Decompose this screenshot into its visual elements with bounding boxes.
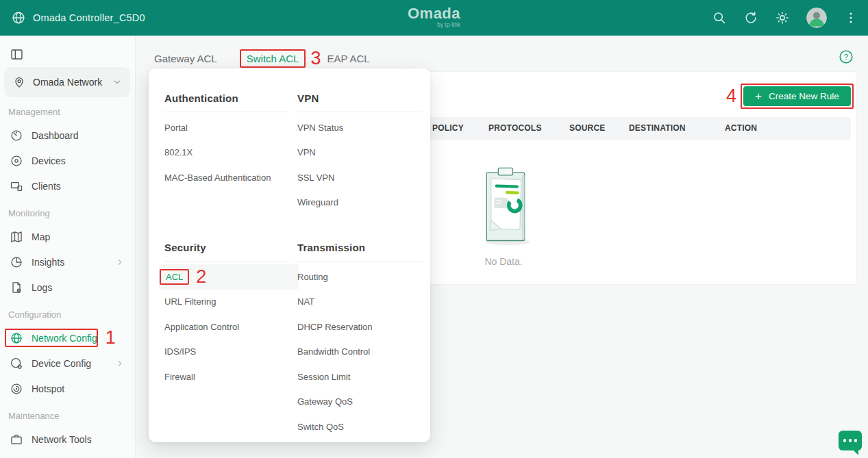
menu-section-vpn: VPN <box>297 92 422 105</box>
omada-logo: Omada by tp-link <box>408 6 460 28</box>
menu-item-portal[interactable]: Portal <box>164 115 289 140</box>
devices-icon <box>10 154 23 168</box>
menu-item-label: IDS/IPS <box>164 346 196 357</box>
sidebar-item-logs[interactable]: Logs <box>0 275 134 300</box>
network-tools-icon <box>10 433 23 446</box>
refresh-icon[interactable] <box>743 10 758 25</box>
menu-item-ssl-vpn[interactable]: SSL VPN <box>297 165 422 190</box>
menu-item-session-limit[interactable]: Session Limit <box>297 364 422 390</box>
section-label-management: Management <box>0 103 134 123</box>
chevron-down-icon <box>112 77 122 87</box>
sidebar-item-device-config[interactable]: Device Config <box>0 351 134 376</box>
sidebar-item-network-tools[interactable]: Network Tools <box>0 427 134 452</box>
menu-item-label: VPN Status <box>297 123 343 133</box>
menu-item-wireguard[interactable]: Wireguard <box>297 190 422 216</box>
menu-section-security: Security <box>164 241 289 255</box>
topbar: Omada Controller_C5D0 Omada by tp-link <box>0 0 868 36</box>
omada-logo-subtext: by tp-link <box>408 22 460 28</box>
sidebar-item-map[interactable]: Map <box>0 224 134 249</box>
sidebar: Omada Network Management Dashboard <box>0 36 136 458</box>
menu-item-label: URL Filtering <box>164 296 216 307</box>
sidebar-item-network-config[interactable]: Network Config 1 <box>0 325 134 351</box>
plus-icon: + <box>755 90 762 102</box>
menu-item-bandwidth-control[interactable]: Bandwidth Control <box>297 340 422 365</box>
hotspot-icon <box>10 382 23 396</box>
menu-item-8021x[interactable]: 802.1X <box>164 140 289 166</box>
menu-item-url-filtering[interactable]: URL Filtering <box>164 290 289 315</box>
menu-item-gateway-qos[interactable]: Gateway QoS <box>297 390 422 415</box>
section-label-maintenance: Maintenance <box>0 401 134 427</box>
tab-gateway-acl[interactable]: Gateway ACL <box>154 53 217 64</box>
tutorial-step2-box: ACL <box>160 269 189 285</box>
site-selector[interactable]: Omada Network <box>4 67 130 97</box>
menu-item-label: DHCP Reservation <box>297 322 373 332</box>
column-header-source: SOURCE <box>569 117 606 140</box>
more-menu-icon[interactable] <box>843 10 858 25</box>
menu-item-switch-qos[interactable]: Switch QoS <box>297 414 422 440</box>
map-icon <box>10 230 23 244</box>
menu-item-vpn-status[interactable]: VPN Status <box>297 115 422 140</box>
menu-item-label: SSL VPN <box>297 173 334 183</box>
menu-section-transmission: Transmission <box>297 241 422 255</box>
acl-tabs: Gateway ACL Switch ACL 3 EAP ACL <box>154 49 370 68</box>
empty-state: No Data. <box>465 160 542 267</box>
sidebar-item-label: Network Tools <box>32 434 92 445</box>
search-icon[interactable] <box>712 10 727 25</box>
sidebar-item-label: Hotspot <box>32 383 64 394</box>
tutorial-step3-box: Switch ACL <box>240 49 306 68</box>
sidebar-item-devices[interactable]: Devices <box>0 148 134 173</box>
clients-icon <box>10 179 23 193</box>
theme-brightness-icon[interactable] <box>775 10 790 25</box>
menu-item-label: Wireguard <box>297 197 338 207</box>
tab-eap-acl[interactable]: EAP ACL <box>327 53 369 64</box>
sidebar-item-dashboard[interactable]: Dashboard <box>0 123 134 148</box>
tutorial-step4-box: + Create New Rule <box>741 84 854 109</box>
section-label-configuration: Configuration <box>0 300 134 325</box>
tutorial-step2-number: 2 <box>196 268 206 286</box>
sidebar-item-insights[interactable]: Insights <box>0 249 134 275</box>
dashboard-icon <box>10 129 23 142</box>
device-config-icon <box>10 357 23 370</box>
sidebar-item-label: Device Config <box>32 358 91 369</box>
menu-item-vpn[interactable]: VPN <box>297 140 422 166</box>
create-new-rule-button[interactable]: + Create New Rule <box>743 86 851 106</box>
menu-item-label: NAT <box>297 296 314 307</box>
menu-item-label: Session Limit <box>297 372 350 382</box>
tab-switch-acl[interactable]: Switch ACL <box>247 53 299 64</box>
menu-item-application-control[interactable]: Application Control <box>164 314 289 340</box>
menu-item-mac-based-authentication[interactable]: MAC-Based Authentication <box>164 165 289 190</box>
menu-item-dhcp-reservation[interactable]: DHCP Reservation <box>297 314 422 340</box>
menu-section-authentication: Authentication <box>164 92 289 105</box>
sidebar-collapse-icon[interactable] <box>10 47 24 62</box>
menu-item-label: Bandwidth Control <box>297 346 370 357</box>
sidebar-item-label: Network Config <box>32 333 97 344</box>
column-header-destination: DESTINATION <box>629 117 686 140</box>
sidebar-item-hotspot[interactable]: Hotspot <box>0 376 134 401</box>
section-label-monitoring: Monitoring <box>0 199 134 224</box>
sidebar-item-clients[interactable]: Clients <box>0 173 134 199</box>
menu-item-routing[interactable]: Routing <box>297 264 422 290</box>
user-avatar[interactable] <box>806 8 827 28</box>
menu-item-nat[interactable]: NAT <box>297 290 422 315</box>
menu-item-label: MAC-Based Authentication <box>164 173 271 183</box>
menu-item-label: Firewall <box>164 372 195 382</box>
menu-item-label: Routing <box>297 272 328 282</box>
sidebar-item-label: Map <box>32 231 50 242</box>
menu-item-acl[interactable]: ACL 2 <box>159 264 299 290</box>
menu-item-ids-ips[interactable]: IDS/IPS <box>164 340 289 365</box>
menu-item-firewall[interactable]: Firewall <box>164 364 289 390</box>
menu-item-label: 802.1X <box>164 147 193 157</box>
controller-globe-icon <box>11 10 26 25</box>
omada-controller-window: Omada Controller_C5D0 Omada by tp-link <box>0 0 868 458</box>
insights-icon <box>10 255 23 269</box>
help-icon[interactable]: ? <box>839 49 854 64</box>
tutorial-step3-number: 3 <box>310 49 321 68</box>
menu-item-label: Portal <box>164 123 188 133</box>
logs-icon <box>10 281 23 294</box>
sidebar-item-label: Clients <box>32 181 61 192</box>
chat-support-icon[interactable] <box>839 431 862 450</box>
sidebar-item-label: Dashboard <box>32 130 79 141</box>
main-content: Gateway ACL Switch ACL 3 EAP ACL ? POLIC… <box>136 36 868 458</box>
create-new-rule-label: Create New Rule <box>769 91 839 101</box>
network-config-icon <box>10 331 23 345</box>
